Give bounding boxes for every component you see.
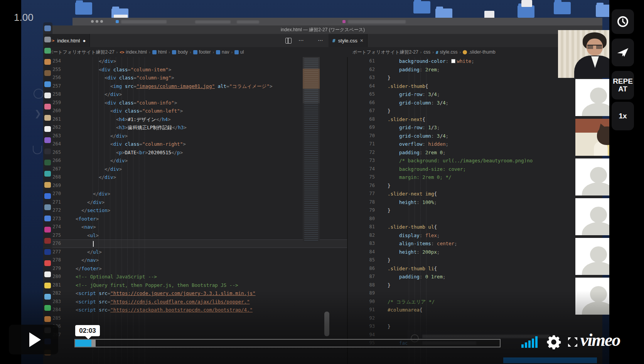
code-line: 270</div> <box>43 190 347 198</box>
breadcrumb-item: footer <box>193 49 211 55</box>
code-line: 80 <box>348 215 602 223</box>
symbol-icon <box>234 50 239 54</box>
code-line: 83align-items: center; <box>348 239 602 248</box>
ghost-glyph: ❯ <box>34 109 41 119</box>
vscode-title-bar: index.html — 練習2-27 (ワークスペース) <box>43 25 602 34</box>
document-icon <box>521 0 532 7</box>
participant-thumbnail-avatar <box>575 238 609 275</box>
breadcrumb-item: #style.css <box>436 49 458 55</box>
seek-bar[interactable] <box>74 339 501 347</box>
html-file-icon: <> <box>120 50 124 54</box>
window-dot-icon <box>100 20 103 23</box>
time-tooltip: 02:03 <box>75 325 100 336</box>
play-button[interactable] <box>9 325 58 354</box>
browser-tab-blur <box>237 20 259 24</box>
ellipsis-icon: ⋯ <box>318 37 323 43</box>
breadcrumb: ポートフォリオサイト練習2-27›<>index.html›html›body›… <box>49 47 319 57</box>
folder-label <box>114 15 128 18</box>
dock-icon <box>44 115 51 121</box>
breadcrumb-item: css <box>423 49 430 55</box>
dock-icon <box>44 182 51 188</box>
dock-icon <box>44 249 51 255</box>
speed-label: 1x <box>619 112 627 120</box>
code-line: 281<!-- jQuery first, then Popper.js, th… <box>43 281 347 290</box>
dock-icon <box>44 81 51 87</box>
code-line: 254</div> <box>43 57 347 66</box>
code-line: 276 <box>43 239 347 248</box>
gear-icon <box>545 334 562 350</box>
dock-icon <box>44 25 51 31</box>
code-line: 87padding: 0 1rem; <box>348 273 602 281</box>
dock-icon <box>44 48 51 54</box>
code-line: 86.slider-thumb li{ <box>348 265 602 273</box>
browser-favicon <box>342 20 346 23</box>
breadcrumb-chevron-icon: › <box>459 50 462 54</box>
dock-icon <box>44 171 51 177</box>
dock-icon <box>44 271 51 277</box>
folder-icon <box>75 2 92 15</box>
volume-control[interactable] <box>521 336 541 348</box>
code-line: 260<div class="column-left"> <box>43 107 347 115</box>
close-icon: × <box>360 38 363 43</box>
repeat-button[interactable]: REPEAT <box>612 71 634 99</box>
clock-icon <box>616 15 629 28</box>
breadcrumb-chevron-icon: › <box>231 50 233 54</box>
ellipsis-icon: ⋯ <box>298 37 304 43</box>
code-line: 265<p>DATE<br>20200515</p> <box>43 148 347 157</box>
code-line: 77.slider-next img{ <box>348 190 602 198</box>
fullscreen-icon <box>566 336 579 348</box>
time-tooltip-label: 02:03 <box>79 327 96 335</box>
dock-icon <box>44 260 51 266</box>
dock-icon <box>44 126 51 132</box>
dock-icon <box>44 137 51 143</box>
browser-tab-blur <box>195 20 231 24</box>
participant-thumbnail-avatar <box>575 79 609 116</box>
css-file-icon: # <box>436 50 438 54</box>
code-line: 65grid-row: 3/4; <box>348 90 602 99</box>
dock-icon <box>44 204 51 210</box>
breadcrumb-chevron-icon: › <box>148 50 151 54</box>
dock-icon <box>44 93 51 98</box>
vimeo-logo[interactable]: vimeo <box>580 330 620 350</box>
share-button[interactable] <box>612 39 634 66</box>
code-line: 256<div class="column-img"> <box>43 74 347 82</box>
seek-handle[interactable] <box>91 340 96 347</box>
code-line: 67} <box>348 107 602 115</box>
volume-bar-icon <box>535 336 538 348</box>
watch-later-button[interactable] <box>612 9 634 34</box>
breadcrumb-item: ポートフォリオサイト練習2-27 <box>352 49 418 56</box>
folder-icon <box>554 2 571 14</box>
browser-tab-blur <box>348 20 406 24</box>
breadcrumb-item: nav <box>216 49 229 55</box>
dock-icon <box>44 104 51 110</box>
participant-thumbnail-cat <box>575 119 609 156</box>
fullscreen-button[interactable] <box>566 336 579 348</box>
playback-speed-button[interactable]: 1x <box>612 102 634 130</box>
code-line: 272</section> <box>43 206 347 215</box>
code-line: 70grid-column: 3/4; <box>348 132 602 140</box>
code-line: 268</div> <box>43 173 347 182</box>
breadcrumb-item: .slider-thumb <box>463 49 495 55</box>
background-browser-tabbar <box>72 18 602 25</box>
folder-icon <box>596 5 609 17</box>
settings-button[interactable] <box>545 334 562 350</box>
participant-thumbnail-avatar <box>575 158 609 195</box>
breadcrumb-item: html <box>152 49 167 55</box>
symbol-icon <box>152 50 157 54</box>
code-line: 280<!-- Optional JavaScript --> <box>43 273 347 281</box>
dock-icon <box>44 70 51 76</box>
repeat-label: REPEAT <box>612 78 634 93</box>
dock-icon <box>44 238 51 244</box>
symbol-icon <box>216 50 220 54</box>
code-line: 88} <box>348 281 602 290</box>
play-icon <box>29 332 41 347</box>
code-line: 261<h4>#1:デザイン</h4> <box>43 115 347 124</box>
code-line: 69grid-row: 1/3; <box>348 123 602 132</box>
code-line: 81.slider-thumb ul{ <box>348 223 602 231</box>
breadcrumb-chevron-icon: › <box>432 50 434 54</box>
symbol-icon <box>172 50 176 54</box>
dock-icon <box>44 216 51 221</box>
code-line: 279</footer> <box>43 265 347 273</box>
tab-style-css: # style.css × <box>329 34 368 47</box>
code-line: 259<div class="column-info"> <box>43 99 347 107</box>
